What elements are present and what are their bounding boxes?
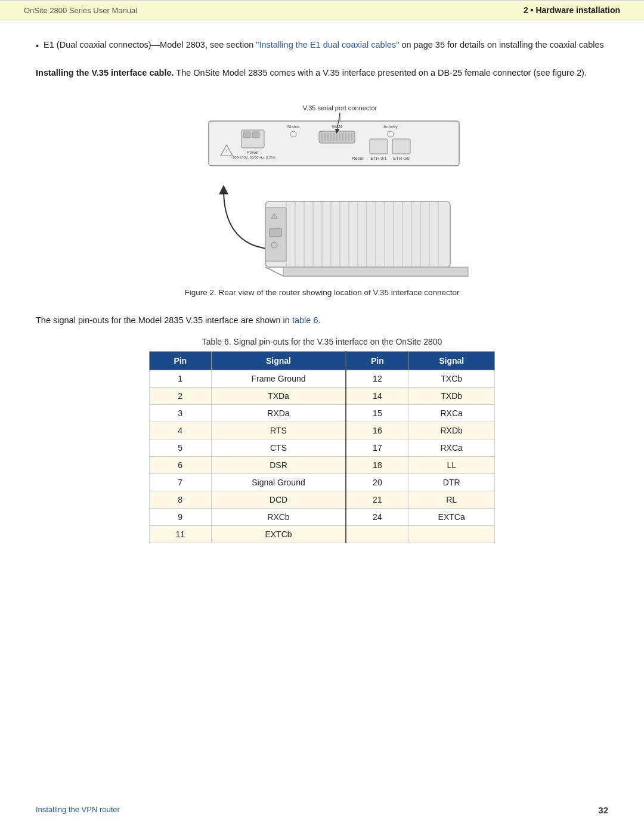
installing-rest: The OnSite Model 2835 comes with a V.35 … [174, 68, 587, 78]
pin1-cell: 5 [150, 439, 212, 457]
svg-text:!: ! [226, 148, 227, 154]
table-title: Table 6. Signal pin-outs for the V.35 in… [202, 337, 442, 346]
signal2-cell: RXCa [408, 439, 495, 457]
table-row: 1Frame Ground12TXCb [150, 370, 495, 388]
main-content: • E1 (Dual coaxial connectos)—Model 2803… [0, 20, 644, 597]
pin2-cell: 21 [346, 491, 408, 509]
table6-link[interactable]: table 6 [292, 315, 318, 325]
pin1-cell: 9 [150, 509, 212, 526]
table-row: 4RTS16RXDb [150, 422, 495, 439]
table-row: 3RXDa15RXCa [150, 405, 495, 422]
manual-title: OnSite 2800 Series User Manual [24, 6, 137, 15]
pin1-cell: 2 [150, 388, 212, 405]
device-diagram: V.35 serial port connector ! Power ~100-… [155, 97, 489, 282]
signal1-cell: Frame Ground [211, 370, 346, 388]
table-row: 8DCD21RL [150, 491, 495, 509]
installing-paragraph: Installing the V.35 interface cable. The… [36, 66, 608, 80]
svg-text:!: ! [274, 214, 274, 218]
svg-line-57 [265, 267, 283, 276]
signal2-cell: RXCa [408, 405, 495, 422]
signal1-cell: DCD [211, 491, 346, 509]
table-header-row: Pin Signal Pin Signal [150, 352, 495, 370]
svg-rect-60 [283, 267, 468, 276]
table-row: 9RXCb24EXTCa [150, 509, 495, 526]
pin2-cell: 24 [346, 509, 408, 526]
bullet-text: E1 (Dual coaxial connectos)—Model 2803, … [44, 38, 604, 53]
svg-text:Status: Status [287, 124, 300, 129]
signal1-cell: EXTCb [211, 526, 346, 543]
signal2-cell: LL [408, 457, 495, 474]
pin2-cell: 17 [346, 439, 408, 457]
col-header-pin1: Pin [150, 352, 212, 370]
signal1-cell: RTS [211, 422, 346, 439]
table-row: 6DSR18LL [150, 457, 495, 474]
svg-text:Reset: Reset [352, 156, 364, 161]
svg-text:V.35 serial port connector: V.35 serial port connector [303, 104, 377, 112]
signal2-cell: TXCb [408, 370, 495, 388]
svg-rect-29 [392, 139, 410, 154]
footer-right: 32 [598, 805, 608, 815]
table-row: 11EXTCb [150, 526, 495, 543]
svg-text:ETH 0/1: ETH 0/1 [370, 156, 387, 161]
svg-rect-28 [370, 139, 388, 154]
installing-bold: Installing the V.35 interface cable. [36, 68, 174, 78]
pin2-cell: 20 [346, 474, 408, 491]
svg-rect-55 [270, 228, 281, 237]
table-row: 2TXDa14TXDb [150, 388, 495, 405]
pin1-cell: 7 [150, 474, 212, 491]
pin1-cell: 4 [150, 422, 212, 439]
pin1-cell: 6 [150, 457, 212, 474]
pin2-cell: 18 [346, 457, 408, 474]
pin1-cell: 8 [150, 491, 212, 509]
bullet-section: • E1 (Dual coaxial connectos)—Model 2803… [36, 38, 608, 53]
svg-text:Activity: Activity [383, 124, 398, 129]
signal1-cell: DSR [211, 457, 346, 474]
signal1-cell: RXDa [211, 405, 346, 422]
signal1-cell: Signal Ground [211, 474, 346, 491]
signal1-cell: TXDa [211, 388, 346, 405]
pin2-cell: 16 [346, 422, 408, 439]
col-header-pin2: Pin [346, 352, 408, 370]
signal2-cell: RL [408, 491, 495, 509]
pin2-cell: 12 [346, 370, 408, 388]
pin2-cell: 14 [346, 388, 408, 405]
pin2-cell: 15 [346, 405, 408, 422]
figure-caption: Figure 2. Rear view of the router showin… [184, 288, 459, 297]
header-bar: OnSite 2800 Series User Manual 2 • Hardw… [0, 0, 644, 20]
pin-table: Pin Signal Pin Signal 1Frame Ground12TXC… [149, 351, 495, 543]
figure-container: V.35 serial port connector ! Power ~100-… [36, 97, 608, 297]
table-row: 7Signal Ground20DTR [150, 474, 495, 491]
svg-rect-6 [243, 132, 250, 138]
signal2-cell: TXDb [408, 388, 495, 405]
bullet-item: • E1 (Dual coaxial connectos)—Model 2803… [36, 38, 608, 53]
chapter-label: 2 • Hardware installation [524, 5, 620, 15]
table-section: Table 6. Signal pin-outs for the V.35 in… [36, 337, 608, 543]
signal1-cell: CTS [211, 439, 346, 457]
table-row: 5CTS17RXCa [150, 439, 495, 457]
e1-cable-link[interactable]: "Installing the E1 dual coaxial cables" [256, 40, 399, 49]
footer: Installing the VPN router 32 [0, 805, 644, 815]
pin1-cell: 3 [150, 405, 212, 422]
signal2-cell: DTR [408, 474, 495, 491]
pin1-cell: 1 [150, 370, 212, 388]
signal-paragraph: The signal pin-outs for the Model 2835 V… [36, 314, 608, 327]
diagram-area: V.35 serial port connector ! Power ~100-… [155, 97, 489, 282]
svg-text:~100-240V, 50/60 Hz, 0.25A: ~100-240V, 50/60 Hz, 0.25A [230, 156, 275, 159]
svg-text:WAN: WAN [332, 124, 342, 129]
svg-rect-7 [252, 132, 259, 138]
signal1-cell: RXCb [211, 509, 346, 526]
pin1-cell: 11 [150, 526, 212, 543]
svg-text:ETH 0/0: ETH 0/0 [393, 156, 410, 161]
col-header-signal1: Signal [211, 352, 346, 370]
signal2-cell: EXTCa [408, 509, 495, 526]
bullet-dot: • [36, 39, 39, 53]
svg-point-56 [271, 242, 277, 248]
footer-left: Installing the VPN router [36, 805, 120, 815]
col-header-signal2: Signal [408, 352, 495, 370]
signal2-cell: RXDb [408, 422, 495, 439]
svg-text:Power: Power [247, 150, 259, 154]
pin2-cell [346, 526, 408, 543]
signal2-cell [408, 526, 495, 543]
